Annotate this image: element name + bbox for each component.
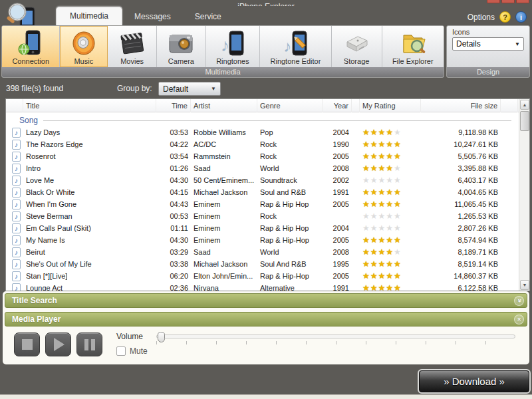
- table-row[interactable]: ♪ Beirut 03:29 Saad World 2008 ★★★★★ 8,1…: [6, 246, 518, 258]
- ribbon-label: Ringtone Editor: [271, 57, 321, 65]
- connection-icon: [18, 30, 43, 57]
- cell-filesize: 8,519.14 KB: [421, 260, 501, 268]
- bottom-panel: Title Search » Media Player » Volume Mut…: [3, 291, 529, 364]
- ringtones-icon: ♪: [219, 30, 246, 57]
- collapse-up-icon[interactable]: »: [514, 315, 524, 325]
- play-button[interactable]: [45, 332, 71, 356]
- music-note-icon: ♪: [12, 176, 21, 186]
- table-row[interactable]: ♪ When I'm Gone 04:43 Eminem Rap & Hip H…: [6, 198, 518, 210]
- storage-button[interactable]: Storage: [332, 26, 382, 67]
- cell-time: 04:15: [156, 188, 191, 196]
- cell-genre: Soul And R&B: [257, 260, 323, 268]
- ringtone-editor-icon: ♪: [281, 30, 310, 57]
- rating-stars: ★★★★★: [360, 210, 421, 222]
- cell-year: 1990: [323, 140, 352, 148]
- cell-title: The Razors Edge: [23, 140, 156, 148]
- cell-time: 04:30: [156, 176, 191, 184]
- tab-multimedia[interactable]: Multimedia: [56, 7, 122, 25]
- ringtone-editor-button[interactable]: ♪ Ringtone Editor: [260, 26, 332, 67]
- group-by-select[interactable]: Default ▼: [158, 82, 221, 96]
- expand-down-icon[interactable]: »: [514, 296, 524, 306]
- cell-filesize: 11,065.45 KB: [421, 200, 501, 208]
- cell-filesize: 9,118.98 KB: [421, 128, 501, 136]
- title-search-label: Title Search: [12, 296, 57, 305]
- cell-filesize: 4,004.65 KB: [421, 188, 501, 196]
- options-button[interactable]: Options: [467, 13, 495, 22]
- music-note-icon: ♪: [12, 200, 21, 209]
- music-note-icon: ♪: [12, 283, 21, 291]
- pause-button[interactable]: [76, 332, 102, 356]
- rating-stars: ★★★★★: [360, 270, 421, 282]
- tab-service[interactable]: Service: [183, 9, 233, 25]
- ringtones-button[interactable]: ♪ Ringtones: [206, 26, 260, 67]
- table-row[interactable]: ♪ Lazy Days 03:53 Robbie Williams Pop 20…: [6, 126, 518, 138]
- scroll-down-icon[interactable]: ▼: [520, 280, 529, 290]
- file-explorer-icon: [398, 30, 428, 57]
- tab-messages[interactable]: Messages: [122, 9, 183, 25]
- cell-year: 2005: [323, 200, 352, 208]
- rating-stars: ★★★★★: [360, 174, 421, 186]
- col-filesize[interactable]: File size: [421, 99, 501, 112]
- help-icon[interactable]: ?: [499, 11, 511, 23]
- download-button[interactable]: » Download »: [419, 370, 529, 392]
- table-row[interactable]: ♪ Love Me 04:30 50 Cent/Eminem... Soundt…: [6, 174, 518, 186]
- connection-button[interactable]: Connection: [2, 26, 60, 67]
- music-button[interactable]: Music: [60, 26, 108, 67]
- view-mode-select[interactable]: Details ▼: [452, 37, 524, 51]
- cell-title: Em Calls Paul (Skit): [23, 224, 156, 232]
- col-year[interactable]: Year: [323, 99, 352, 112]
- col-artist[interactable]: Artist: [191, 99, 257, 112]
- mute-checkbox[interactable]: [116, 346, 126, 356]
- table-row[interactable]: ♪ She's Out of My Life 03:38 Michael Jac…: [6, 258, 518, 270]
- cell-filesize: 6,122.58 KB: [421, 284, 501, 291]
- rating-stars: ★★★★★: [360, 186, 421, 198]
- vertical-scrollbar[interactable]: ▲ ▼: [519, 99, 529, 291]
- cell-year: 2004: [323, 128, 352, 136]
- ribbon-label: File Explorer: [392, 57, 434, 65]
- table-row[interactable]: ♪ Stan [*][Live] 06:20 Elton John/Emin..…: [6, 270, 518, 282]
- cell-filesize: 14,860.37 KB: [421, 272, 501, 280]
- col-genre[interactable]: Genre: [257, 99, 323, 112]
- window-controls[interactable]: [487, 0, 529, 3]
- cell-filesize: 2,807.26 KB: [421, 224, 501, 232]
- camera-button[interactable]: Camera: [157, 26, 206, 67]
- close-button[interactable]: [516, 0, 529, 3]
- music-note-icon: ♪: [12, 235, 21, 245]
- table-row[interactable]: ♪ Intro 01:26 Saad World 2008 ★★★★★ 3,39…: [6, 162, 518, 174]
- rating-stars: ★★★★★: [360, 234, 421, 246]
- scrollbar-thumb[interactable]: [520, 111, 529, 131]
- table-row[interactable]: ♪ Lounge Act 02:36 Nirvana Alternative 1…: [6, 282, 518, 291]
- stop-button[interactable]: [14, 332, 40, 356]
- ribbon-label: Connection: [12, 57, 49, 65]
- rating-stars: ★★★★★: [360, 162, 421, 174]
- col-time[interactable]: Time: [156, 99, 191, 112]
- info-icon[interactable]: i: [515, 11, 527, 23]
- movies-button[interactable]: Movies: [108, 26, 157, 67]
- table-row[interactable]: ♪ My Name Is 04:30 Eminem Rap & Hip-Hop …: [6, 234, 518, 246]
- maximize-button[interactable]: [501, 0, 515, 3]
- file-explorer-button[interactable]: File Explorer: [382, 26, 444, 67]
- col-title[interactable]: Title: [23, 99, 156, 112]
- minimize-button[interactable]: [487, 0, 500, 3]
- slider-thumb[interactable]: [158, 332, 165, 342]
- slider-ticks: [156, 341, 515, 344]
- volume-slider[interactable]: [156, 334, 515, 344]
- slider-track[interactable]: [156, 334, 515, 338]
- title-search-header[interactable]: Title Search »: [5, 293, 527, 308]
- table-row[interactable]: ♪ Steve Berman 00:53 Eminem Rock ★★★★★ 1…: [6, 210, 518, 222]
- cell-title: My Name Is: [23, 236, 156, 244]
- rating-stars: ★★★★★: [360, 258, 421, 270]
- scroll-up-icon[interactable]: ▲: [520, 100, 529, 110]
- table-row[interactable]: ♪ Black Or White 04:15 Michael Jackson S…: [6, 186, 518, 198]
- media-player-header[interactable]: Media Player »: [5, 312, 527, 327]
- table-row[interactable]: ♪ Rosenrot 03:54 Rammstein Rock 2005 ★★★…: [6, 150, 518, 162]
- cell-time: 06:20: [156, 272, 191, 280]
- table-row[interactable]: ♪ Em Calls Paul (Skit) 01:11 Eminem Rap …: [6, 222, 518, 234]
- cell-genre: Rap & Hip Hop: [257, 200, 323, 208]
- cell-year: 2008: [323, 248, 352, 256]
- group-name: Song: [19, 116, 38, 125]
- col-rating[interactable]: My Rating: [360, 99, 421, 112]
- col-icon: [6, 99, 23, 112]
- music-note-icon: ♪: [12, 152, 21, 162]
- table-row[interactable]: ♪ The Razors Edge 04:22 AC/DC Rock 1990 …: [6, 138, 518, 150]
